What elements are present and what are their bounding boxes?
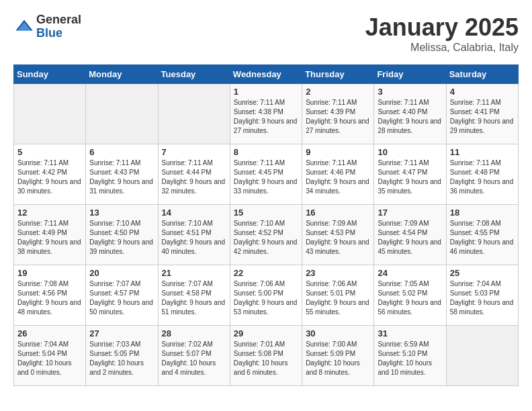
- day-number: 15: [234, 208, 298, 218]
- day-number: 27: [89, 328, 154, 338]
- calendar-cell: 16Sunrise: 7:09 AMSunset: 4:53 PMDayligh…: [302, 205, 374, 265]
- day-number: 1: [234, 87, 298, 97]
- calendar-cell: 13Sunrise: 7:10 AMSunset: 4:50 PMDayligh…: [86, 205, 158, 265]
- logo-icon: [15, 17, 34, 36]
- day-info: Sunrise: 7:07 AMSunset: 4:57 PMDaylight:…: [89, 279, 154, 317]
- day-number: 6: [89, 147, 154, 157]
- day-info: Sunrise: 7:09 AMSunset: 4:54 PMDaylight:…: [378, 219, 442, 257]
- calendar-cell: 17Sunrise: 7:09 AMSunset: 4:54 PMDayligh…: [374, 205, 446, 265]
- logo-general: General: [36, 13, 81, 27]
- day-number: 7: [162, 147, 226, 157]
- calendar-cell: 30Sunrise: 7:00 AMSunset: 5:09 PMDayligh…: [302, 326, 374, 386]
- calendar-cell: 27Sunrise: 7:03 AMSunset: 5:05 PMDayligh…: [86, 326, 158, 386]
- calendar-title: January 2025: [365, 13, 519, 42]
- day-number: 16: [306, 208, 370, 218]
- day-info: Sunrise: 7:04 AMSunset: 5:03 PMDaylight:…: [450, 279, 515, 317]
- day-number: 11: [450, 147, 515, 157]
- day-number: 17: [378, 208, 442, 218]
- day-info: Sunrise: 7:11 AMSunset: 4:48 PMDaylight:…: [450, 158, 515, 196]
- calendar-cell: 6Sunrise: 7:11 AMSunset: 4:43 PMDaylight…: [86, 144, 158, 205]
- calendar-cell: 15Sunrise: 7:10 AMSunset: 4:52 PMDayligh…: [230, 205, 302, 265]
- calendar-cell: 23Sunrise: 7:06 AMSunset: 5:01 PMDayligh…: [302, 265, 374, 326]
- day-info: Sunrise: 7:11 AMSunset: 4:49 PMDaylight:…: [17, 219, 82, 257]
- day-number: 14: [162, 208, 226, 218]
- day-number: 10: [378, 147, 442, 157]
- calendar-cell: [14, 84, 86, 144]
- calendar-cell: 28Sunrise: 7:02 AMSunset: 5:07 PMDayligh…: [158, 326, 230, 386]
- day-number: 23: [306, 268, 370, 278]
- day-info: Sunrise: 7:10 AMSunset: 4:52 PMDaylight:…: [234, 219, 298, 257]
- calendar-cell: 12Sunrise: 7:11 AMSunset: 4:49 PMDayligh…: [14, 205, 86, 265]
- calendar-cell: 29Sunrise: 7:01 AMSunset: 5:08 PMDayligh…: [230, 326, 302, 386]
- weekday-header: Friday: [374, 65, 446, 84]
- calendar-week-row: 12Sunrise: 7:11 AMSunset: 4:49 PMDayligh…: [14, 205, 519, 265]
- day-info: Sunrise: 7:02 AMSunset: 5:07 PMDaylight:…: [162, 340, 226, 377]
- day-info: Sunrise: 7:10 AMSunset: 4:51 PMDaylight:…: [162, 219, 226, 257]
- calendar-week-row: 19Sunrise: 7:08 AMSunset: 4:56 PMDayligh…: [14, 265, 519, 326]
- day-info: Sunrise: 7:11 AMSunset: 4:38 PMDaylight:…: [234, 98, 298, 136]
- day-number: 24: [378, 268, 442, 278]
- calendar-cell: 11Sunrise: 7:11 AMSunset: 4:48 PMDayligh…: [446, 144, 518, 205]
- day-info: Sunrise: 7:06 AMSunset: 5:00 PMDaylight:…: [234, 279, 298, 317]
- calendar-cell: 24Sunrise: 7:05 AMSunset: 5:02 PMDayligh…: [374, 265, 446, 326]
- calendar-cell: 1Sunrise: 7:11 AMSunset: 4:38 PMDaylight…: [230, 84, 302, 144]
- calendar-subtitle: Melissa, Calabria, Italy: [365, 42, 519, 54]
- calendar-cell: 14Sunrise: 7:10 AMSunset: 4:51 PMDayligh…: [158, 205, 230, 265]
- calendar-week-row: 1Sunrise: 7:11 AMSunset: 4:38 PMDaylight…: [14, 84, 519, 144]
- weekday-header: Saturday: [446, 65, 518, 84]
- day-info: Sunrise: 6:59 AMSunset: 5:10 PMDaylight:…: [378, 340, 442, 377]
- day-number: 13: [89, 208, 154, 218]
- logo-blue: Blue: [36, 27, 81, 40]
- day-info: Sunrise: 7:04 AMSunset: 5:04 PMDaylight:…: [17, 340, 82, 377]
- weekday-header: Monday: [86, 65, 158, 84]
- day-info: Sunrise: 7:11 AMSunset: 4:47 PMDaylight:…: [378, 158, 442, 196]
- calendar-table: SundayMondayTuesdayWednesdayThursdayFrid…: [13, 64, 519, 386]
- calendar-week-row: 26Sunrise: 7:04 AMSunset: 5:04 PMDayligh…: [14, 326, 519, 386]
- day-number: 29: [234, 328, 298, 338]
- day-info: Sunrise: 7:06 AMSunset: 5:01 PMDaylight:…: [306, 279, 370, 317]
- day-info: Sunrise: 7:11 AMSunset: 4:45 PMDaylight:…: [234, 158, 298, 196]
- day-number: 2: [306, 87, 370, 97]
- logo: General Blue: [13, 13, 81, 40]
- weekday-header: Wednesday: [230, 65, 302, 84]
- weekday-header-row: SundayMondayTuesdayWednesdayThursdayFrid…: [14, 65, 519, 84]
- day-number: 25: [450, 268, 515, 278]
- day-info: Sunrise: 7:05 AMSunset: 5:02 PMDaylight:…: [378, 279, 442, 317]
- calendar-cell: 5Sunrise: 7:11 AMSunset: 4:42 PMDaylight…: [14, 144, 86, 205]
- day-number: 3: [378, 87, 442, 97]
- day-info: Sunrise: 7:09 AMSunset: 4:53 PMDaylight:…: [306, 219, 370, 257]
- day-info: Sunrise: 7:00 AMSunset: 5:09 PMDaylight:…: [306, 340, 370, 377]
- calendar-cell: [86, 84, 158, 144]
- day-info: Sunrise: 7:07 AMSunset: 4:58 PMDaylight:…: [162, 279, 226, 317]
- calendar-cell: [158, 84, 230, 144]
- calendar-cell: 10Sunrise: 7:11 AMSunset: 4:47 PMDayligh…: [374, 144, 446, 205]
- day-number: 9: [306, 147, 370, 157]
- calendar-cell: 2Sunrise: 7:11 AMSunset: 4:39 PMDaylight…: [302, 84, 374, 144]
- title-section: January 2025 Melissa, Calabria, Italy: [365, 13, 519, 54]
- day-number: 5: [17, 147, 82, 157]
- calendar-cell: 7Sunrise: 7:11 AMSunset: 4:44 PMDaylight…: [158, 144, 230, 205]
- day-number: 22: [234, 268, 298, 278]
- day-number: 19: [17, 268, 82, 278]
- day-info: Sunrise: 7:11 AMSunset: 4:41 PMDaylight:…: [450, 98, 515, 136]
- weekday-header: Tuesday: [158, 65, 230, 84]
- day-number: 4: [450, 87, 515, 97]
- calendar-cell: 25Sunrise: 7:04 AMSunset: 5:03 PMDayligh…: [446, 265, 518, 326]
- day-info: Sunrise: 7:03 AMSunset: 5:05 PMDaylight:…: [89, 340, 154, 377]
- calendar-cell: [446, 326, 518, 386]
- calendar-cell: 9Sunrise: 7:11 AMSunset: 4:46 PMDaylight…: [302, 144, 374, 205]
- day-info: Sunrise: 7:11 AMSunset: 4:44 PMDaylight:…: [162, 158, 226, 196]
- calendar-cell: 20Sunrise: 7:07 AMSunset: 4:57 PMDayligh…: [86, 265, 158, 326]
- day-number: 20: [89, 268, 154, 278]
- weekday-header: Thursday: [302, 65, 374, 84]
- day-info: Sunrise: 7:08 AMSunset: 4:55 PMDaylight:…: [450, 219, 515, 257]
- day-info: Sunrise: 7:10 AMSunset: 4:50 PMDaylight:…: [89, 219, 154, 257]
- calendar-cell: 21Sunrise: 7:07 AMSunset: 4:58 PMDayligh…: [158, 265, 230, 326]
- calendar-cell: 19Sunrise: 7:08 AMSunset: 4:56 PMDayligh…: [14, 265, 86, 326]
- day-info: Sunrise: 7:11 AMSunset: 4:46 PMDaylight:…: [306, 158, 370, 196]
- calendar-cell: 4Sunrise: 7:11 AMSunset: 4:41 PMDaylight…: [446, 84, 518, 144]
- day-number: 30: [306, 328, 370, 338]
- calendar-cell: 8Sunrise: 7:11 AMSunset: 4:45 PMDaylight…: [230, 144, 302, 205]
- day-number: 12: [17, 208, 82, 218]
- calendar-week-row: 5Sunrise: 7:11 AMSunset: 4:42 PMDaylight…: [14, 144, 519, 205]
